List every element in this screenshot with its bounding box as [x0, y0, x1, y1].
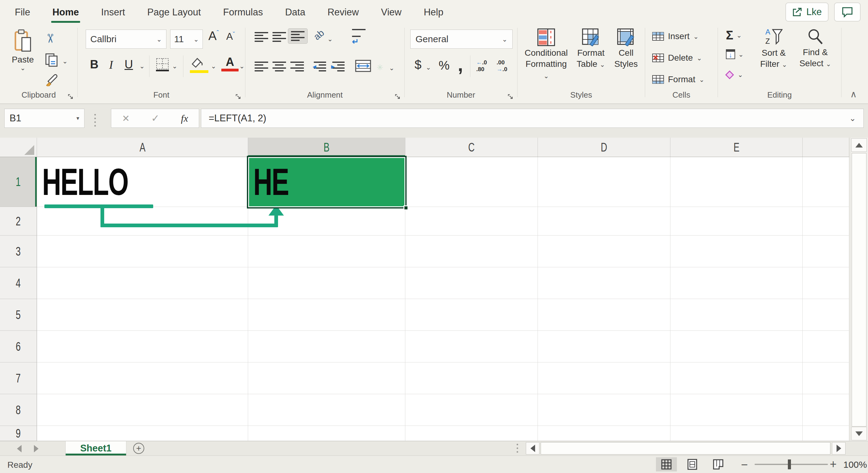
cell-C6[interactable]	[405, 331, 538, 363]
cell-B8[interactable]	[248, 394, 405, 426]
cell-C3[interactable]	[405, 236, 538, 267]
select-all-corner[interactable]	[0, 138, 37, 157]
merge-dropdown-icon[interactable]: ⌄	[389, 65, 395, 71]
cell-extra-6[interactable]	[803, 331, 849, 363]
column-header-C[interactable]: C	[405, 138, 538, 157]
find-select-button[interactable]: Find & Select ⌄	[796, 28, 835, 69]
new-sheet-button[interactable]: +	[133, 443, 144, 454]
clear-button[interactable]: ⌄	[726, 71, 743, 78]
fill-button[interactable]: ↓ ⌄	[726, 49, 744, 59]
column-header-A[interactable]: A	[37, 138, 248, 157]
align-center-icon[interactable]	[273, 62, 286, 71]
name-box-dropdown-icon[interactable]: ▾	[76, 115, 79, 122]
menu-home[interactable]: Home	[53, 7, 79, 18]
align-left-icon[interactable]	[255, 62, 268, 71]
align-top-icon[interactable]	[255, 32, 268, 42]
row-header-7[interactable]: 7	[0, 363, 37, 394]
autosum-button[interactable]: Σ ⌄	[726, 28, 742, 42]
cell-E6[interactable]	[671, 331, 803, 363]
cell-D1[interactable]	[538, 157, 671, 207]
name-box[interactable]: B1 ▾	[4, 109, 85, 128]
cell-B5[interactable]	[248, 299, 405, 331]
cell-A6[interactable]	[37, 331, 248, 363]
formula-input[interactable]: =LEFT(A1, 2) ⌄	[201, 109, 864, 128]
cell-A5[interactable]	[37, 299, 248, 331]
cell-B4[interactable]	[248, 267, 405, 299]
format-painter-icon[interactable]	[45, 73, 59, 86]
cell-A8[interactable]	[37, 394, 248, 426]
column-header-B[interactable]: B	[248, 138, 405, 157]
paste-dropdown-icon[interactable]: ⌄	[5, 65, 40, 71]
column-header-extra[interactable]	[803, 138, 849, 157]
delete-cells-button[interactable]: Delete ⌄	[652, 53, 702, 63]
fill-color-button[interactable]	[190, 57, 208, 73]
cell-D6[interactable]	[538, 331, 671, 363]
cell-C7[interactable]	[405, 363, 538, 394]
menu-insert[interactable]: Insert	[101, 7, 125, 18]
hscroll-right-button[interactable]	[832, 442, 845, 454]
cut-icon[interactable]: ✂	[43, 33, 57, 44]
zoom-level[interactable]: 100%	[843, 460, 867, 470]
cell-extra-1[interactable]	[803, 157, 849, 207]
wrap-text-icon[interactable]: ↵	[352, 29, 366, 46]
cell-B9[interactable]	[248, 426, 405, 441]
cell-A1[interactable]: HELLO	[37, 157, 248, 207]
borders-dropdown-icon[interactable]: ⌄	[172, 63, 178, 69]
grow-font-button[interactable]: Aˆ	[208, 29, 219, 43]
row-header-3[interactable]: 3	[0, 236, 37, 267]
cell-E8[interactable]	[671, 394, 803, 426]
percent-style-button[interactable]: %	[439, 59, 450, 72]
menu-formulas[interactable]: Formulas	[223, 7, 263, 18]
fill-color-dropdown-icon[interactable]: ⌄	[211, 63, 216, 69]
formula-bar-splitter[interactable]	[94, 114, 96, 127]
copy-dropdown-icon[interactable]: ⌄	[62, 58, 68, 64]
bold-button[interactable]: B	[90, 58, 98, 71]
menu-review[interactable]: Review	[327, 7, 359, 18]
scroll-down-button[interactable]	[851, 427, 867, 440]
cell-D4[interactable]	[538, 267, 671, 299]
increase-decimal-button[interactable]: ←.0 .80	[476, 59, 487, 73]
menu-help[interactable]: Help	[424, 7, 443, 18]
alignment-dialog-launcher-icon[interactable]	[395, 94, 401, 100]
clipboard-dialog-launcher-icon[interactable]	[67, 94, 74, 100]
merge-center-icon[interactable]	[355, 60, 371, 72]
menu-view[interactable]: View	[381, 7, 402, 18]
font-name-select[interactable]: Callbri ⌄	[86, 30, 166, 49]
font-size-select[interactable]: 11 ⌄	[170, 30, 203, 49]
column-header-E[interactable]: E	[671, 138, 803, 157]
cell-extra-4[interactable]	[803, 267, 849, 299]
row-header-1[interactable]: 1	[0, 157, 37, 207]
cell-D2[interactable]	[538, 207, 671, 236]
cell-D8[interactable]	[538, 394, 671, 426]
cell-D5[interactable]	[538, 299, 671, 331]
comma-style-button[interactable]: ,	[458, 54, 463, 75]
sort-filter-button[interactable]: A Z Sort & Filter ⌄	[754, 28, 793, 70]
vertical-scroll-thumb[interactable]	[852, 153, 866, 427]
row-header-2[interactable]: 2	[0, 207, 37, 236]
row-header-8[interactable]: 8	[0, 394, 37, 426]
cell-A3[interactable]	[37, 236, 248, 267]
align-middle-icon[interactable]	[273, 32, 286, 42]
menu-data[interactable]: Data	[285, 7, 305, 18]
font-dialog-launcher-icon[interactable]	[235, 94, 241, 100]
cell-E5[interactable]	[671, 299, 803, 331]
cell-E4[interactable]	[671, 267, 803, 299]
cell-E7[interactable]	[671, 363, 803, 394]
cell-extra-3[interactable]	[803, 236, 849, 267]
align-bottom-button-selected[interactable]	[288, 28, 308, 44]
cell-E9[interactable]	[671, 426, 803, 441]
column-header-D[interactable]: D	[538, 138, 671, 157]
zoom-in-button[interactable]: +	[830, 458, 837, 471]
borders-icon[interactable]	[155, 57, 169, 72]
fill-handle[interactable]	[403, 205, 408, 210]
font-color-dropdown-icon[interactable]: ⌄	[239, 63, 245, 69]
cell-C1[interactable]	[405, 157, 538, 207]
cell-C8[interactable]	[405, 394, 538, 426]
increase-indent-icon[interactable]: ▸	[332, 62, 345, 71]
page-layout-view-button[interactable]	[682, 457, 703, 471]
comments-button[interactable]	[834, 2, 861, 22]
cell-A7[interactable]	[37, 363, 248, 394]
zoom-slider-track[interactable]	[754, 464, 828, 465]
orientation-icon[interactable]: ab	[312, 27, 326, 42]
expand-formula-bar-icon[interactable]: ⌄	[849, 114, 856, 122]
